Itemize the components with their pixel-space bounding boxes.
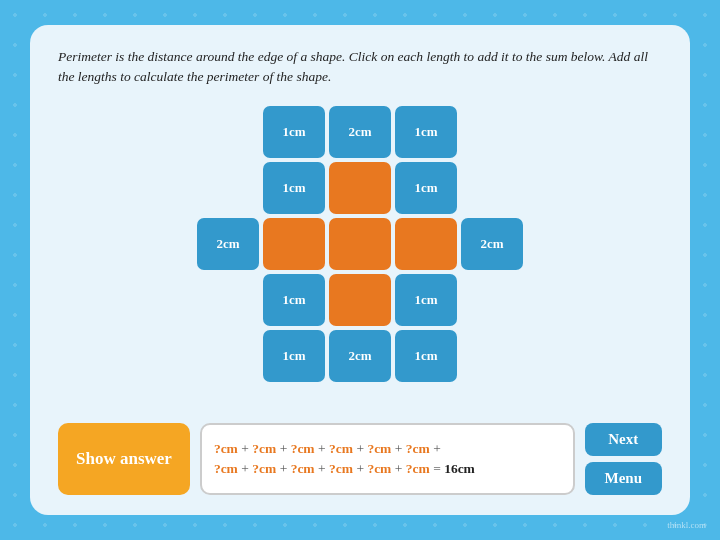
cell-orange <box>329 162 391 214</box>
sum-val-8: ?cm <box>252 461 276 477</box>
cell-empty <box>461 162 523 214</box>
main-card: Perimeter is the distance around the edg… <box>30 25 690 515</box>
sum-val-1: ?cm <box>214 441 238 457</box>
cell-orange <box>329 274 391 326</box>
seg-mid-right-bot[interactable]: 1cm <box>395 274 457 326</box>
shape-row-0: 1cm 2cm 1cm <box>195 104 525 160</box>
cell-empty <box>461 106 523 158</box>
shape-row-1: 1cm 1cm <box>195 160 525 216</box>
sum-val-2: ?cm <box>252 441 276 457</box>
sum-total: 16cm <box>444 461 475 477</box>
show-answer-button[interactable]: Show answer <box>58 423 190 495</box>
seg-top-mid[interactable]: 2cm <box>329 106 391 158</box>
cell-orange <box>329 218 391 270</box>
seg-bot-left[interactable]: 1cm <box>263 330 325 382</box>
sum-val-7: ?cm <box>214 461 238 477</box>
sum-line-2: ?cm + ?cm + ?cm + ?cm + ?cm + ?cm = 16cm <box>214 461 561 477</box>
cell-empty <box>461 330 523 382</box>
cell-empty <box>461 274 523 326</box>
shape-row-2: 2cm 2cm <box>195 216 525 272</box>
seg-right[interactable]: 2cm <box>461 218 523 270</box>
menu-button[interactable]: Menu <box>585 462 663 495</box>
sum-val-9: ?cm <box>291 461 315 477</box>
sum-val-12: ?cm <box>406 461 430 477</box>
seg-mid-left-bot[interactable]: 1cm <box>263 274 325 326</box>
sum-val-5: ?cm <box>367 441 391 457</box>
next-button[interactable]: Next <box>585 423 663 456</box>
bottom-area: Show answer ?cm + ?cm + ?cm + ?cm + ?cm … <box>58 423 662 495</box>
seg-top-left[interactable]: 1cm <box>263 106 325 158</box>
cell-orange <box>395 218 457 270</box>
cell-empty <box>197 162 259 214</box>
shape-row-3: 1cm 1cm <box>195 272 525 328</box>
instructions-text: Perimeter is the distance around the edg… <box>58 47 662 88</box>
seg-bot-mid[interactable]: 2cm <box>329 330 391 382</box>
sum-val-4: ?cm <box>329 441 353 457</box>
seg-top-right[interactable]: 1cm <box>395 106 457 158</box>
nav-buttons: Next Menu <box>585 423 663 495</box>
cell-empty <box>197 274 259 326</box>
sum-val-6: ?cm <box>406 441 430 457</box>
seg-left[interactable]: 2cm <box>197 218 259 270</box>
cell-empty <box>197 330 259 382</box>
sum-val-11: ?cm <box>367 461 391 477</box>
sum-line-1: ?cm + ?cm + ?cm + ?cm + ?cm + ?cm + <box>214 441 561 457</box>
branding-text: thinkl.com <box>667 520 706 530</box>
shape-row-4: 1cm 2cm 1cm <box>195 328 525 384</box>
seg-mid-right-top[interactable]: 1cm <box>395 162 457 214</box>
seg-mid-left-top[interactable]: 1cm <box>263 162 325 214</box>
shape-area: 1cm 2cm 1cm 1cm 1cm 2cm 2cm 1cm 1cm <box>58 104 662 384</box>
cell-empty <box>197 106 259 158</box>
sum-val-10: ?cm <box>329 461 353 477</box>
sum-area: ?cm + ?cm + ?cm + ?cm + ?cm + ?cm + ?cm … <box>200 423 575 495</box>
seg-bot-right[interactable]: 1cm <box>395 330 457 382</box>
cell-orange <box>263 218 325 270</box>
sum-val-3: ?cm <box>291 441 315 457</box>
